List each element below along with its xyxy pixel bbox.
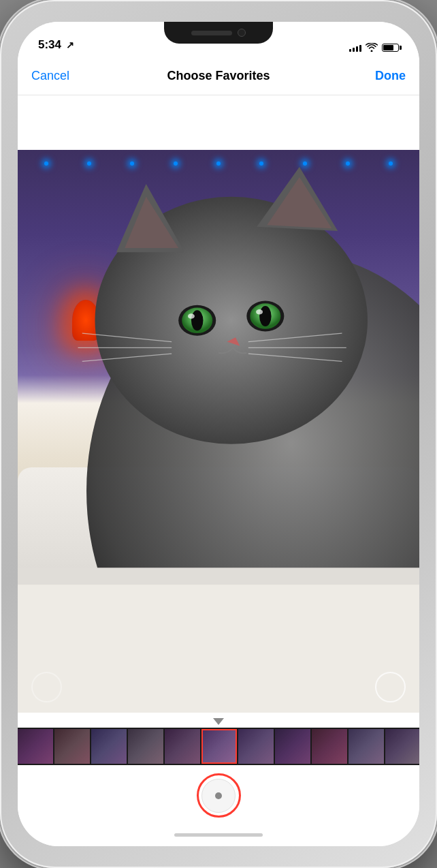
filmstrip-area <box>18 713 419 765</box>
prev-button[interactable] <box>31 672 62 702</box>
list-item[interactable] <box>385 729 419 764</box>
cat-image <box>18 150 419 713</box>
list-item[interactable] <box>201 729 237 764</box>
camera-icon <box>215 792 222 799</box>
status-icons <box>349 43 399 52</box>
done-button[interactable]: Done <box>351 69 406 83</box>
next-button[interactable] <box>375 672 406 702</box>
home-bar <box>174 833 263 837</box>
phone-device: 5:34 ↗ <box>0 0 437 868</box>
location-icon: ↗ <box>66 40 74 50</box>
front-camera <box>238 29 246 37</box>
svg-point-13 <box>256 309 263 315</box>
list-item[interactable] <box>18 729 53 764</box>
photo-display <box>18 150 419 713</box>
camera-button-area <box>18 765 419 823</box>
status-time: 5:34 ↗ <box>38 38 74 52</box>
phone-screen: 5:34 ↗ <box>18 22 419 846</box>
speaker <box>191 31 232 35</box>
battery-icon <box>382 44 399 52</box>
notch <box>164 22 273 44</box>
signal-icon <box>349 44 361 52</box>
white-space-area <box>18 95 419 150</box>
filmstrip[interactable] <box>18 728 419 765</box>
svg-point-8 <box>191 310 204 330</box>
list-item[interactable] <box>128 729 163 764</box>
capture-button[interactable] <box>197 773 241 818</box>
home-indicator <box>18 823 419 846</box>
filmstrip-arrow <box>18 718 419 725</box>
cat-photo <box>18 150 419 713</box>
nav-bar: Cancel Choose Favorites Done <box>18 57 419 95</box>
down-arrow-icon <box>213 718 224 725</box>
svg-point-12 <box>259 306 272 326</box>
photo-container[interactable] <box>18 150 419 713</box>
list-item[interactable] <box>91 729 127 764</box>
list-item[interactable] <box>54 729 90 764</box>
cancel-button[interactable]: Cancel <box>31 69 86 83</box>
time-display: 5:34 <box>38 38 61 52</box>
svg-rect-22 <box>18 568 419 585</box>
list-item[interactable] <box>312 729 347 764</box>
wifi-icon <box>366 43 378 52</box>
nav-circles <box>18 672 419 702</box>
list-item[interactable] <box>275 729 310 764</box>
list-item[interactable] <box>238 729 274 764</box>
list-item[interactable] <box>349 729 384 764</box>
page-title: Choose Favorites <box>86 69 351 83</box>
list-item[interactable] <box>165 729 200 764</box>
svg-point-9 <box>188 313 195 319</box>
